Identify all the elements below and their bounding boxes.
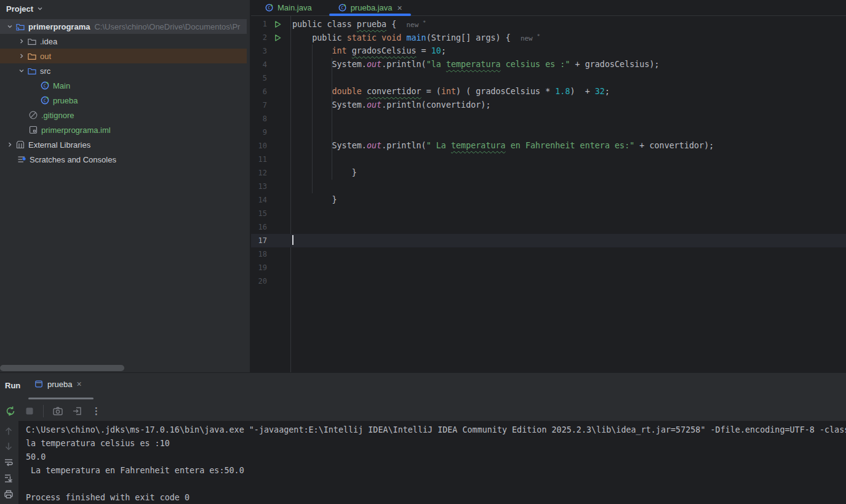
code-line[interactable]: 13: [251, 180, 846, 193]
run-tab-label: prueba: [47, 380, 72, 389]
java-class-icon: C: [39, 95, 50, 105]
line-number: 20: [251, 277, 267, 286]
tree-row-primerprograma[interactable]: primerprograma C:\Users\chino\OneDrive\D…: [0, 19, 247, 34]
chevron-down-icon[interactable]: [17, 66, 26, 76]
code-line[interactable]: 3 int gradosCelsius = 10;: [251, 44, 846, 58]
toolbar-separator: [43, 405, 44, 417]
line-number: 14: [251, 196, 267, 204]
editor-tab-bar: C Main.java C prueba.java ×: [251, 0, 846, 16]
stop-button[interactable]: [25, 406, 34, 416]
close-icon[interactable]: ×: [76, 379, 81, 389]
tab-main-java[interactable]: C Main.java: [256, 0, 321, 15]
tree-row-src[interactable]: src: [0, 63, 247, 78]
java-class-icon: C: [39, 81, 50, 90]
run-line-button[interactable]: [267, 20, 290, 28]
line-number: 15: [251, 209, 267, 218]
code-line[interactable]: 10 System.out.println(" La temperatura e…: [251, 139, 846, 153]
line-number: 3: [251, 47, 267, 55]
code-text: }: [290, 166, 357, 180]
run-tool-window: Run prueba × ⋮: [0, 372, 846, 504]
code-line[interactable]: 12 }: [251, 166, 846, 180]
tree-row-external-libraries[interactable]: External Libraries: [0, 137, 247, 152]
soft-wrap-icon[interactable]: [3, 457, 14, 468]
code-line[interactable]: 2 public static void main(String[] args)…: [251, 31, 846, 44]
horizontal-scrollbar[interactable]: [0, 365, 124, 371]
tab-prueba-java[interactable]: C prueba.java ×: [329, 0, 411, 15]
line-number: 1: [251, 20, 267, 28]
chevron-right-icon[interactable]: [17, 36, 26, 46]
tree-row-label: src: [40, 66, 50, 76]
line-number: 18: [251, 250, 267, 258]
folder-icon: [26, 36, 37, 46]
line-number: 2: [251, 33, 267, 42]
tree-row-scratches[interactable]: Scratches and Consoles: [0, 152, 247, 167]
line-number: 4: [251, 60, 267, 69]
code-line[interactable]: 4 System.out.println("la temperatura cel…: [251, 58, 846, 71]
editor-area[interactable]: C Main.java C prueba.java × 1public clas…: [251, 0, 846, 372]
line-number: 10: [251, 142, 267, 150]
close-icon[interactable]: ×: [397, 3, 402, 13]
run-triangle-icon[interactable]: [274, 34, 282, 42]
kebab-menu-icon[interactable]: ⋮: [92, 406, 101, 417]
console-tab-icon: [34, 380, 43, 388]
code-line[interactable]: 15: [251, 207, 846, 220]
code-line[interactable]: 20: [251, 274, 846, 288]
code-line[interactable]: 7 System.out.println(convertidor);: [251, 98, 846, 112]
next-occurrence-icon[interactable]: [3, 441, 14, 452]
tree-row-idea[interactable]: .idea: [0, 34, 247, 49]
print-icon[interactable]: [3, 489, 14, 500]
tree-row-prueba-class[interactable]: C prueba: [0, 93, 247, 108]
code-line[interactable]: 5: [251, 71, 846, 85]
chevron-down-icon[interactable]: [5, 22, 15, 31]
code-line[interactable]: 16: [251, 220, 846, 234]
code-text: double convertidor = (int) ( gradosCelsi…: [290, 85, 610, 98]
scroll-to-end-icon[interactable]: [3, 473, 14, 484]
tree-row-out[interactable]: out: [0, 49, 247, 63]
project-path: C:\Users\chino\OneDrive\Documentos\Pr: [94, 22, 240, 31]
tree-row-label: .gitignore: [41, 111, 74, 120]
chevron-right-icon[interactable]: [17, 51, 26, 61]
tree-row-gitignore[interactable]: .gitignore: [0, 108, 247, 122]
line-number: 13: [251, 182, 267, 191]
chevron-right-icon[interactable]: [5, 140, 15, 150]
code-text: public static void main(String[] args) {…: [290, 30, 540, 46]
run-line-button[interactable]: [267, 34, 290, 42]
code-editor[interactable]: 1public class prueba { new *2 public sta…: [251, 17, 846, 288]
code-line[interactable]: 14 }: [251, 193, 846, 207]
console-line: la temperatura celsius es :10: [26, 437, 846, 450]
console-line: La temperatura en Fahrenheit entera es:5…: [26, 464, 846, 478]
code-line[interactable]: 6 double convertidor = (int) ( gradosCel…: [251, 85, 846, 98]
run-tab-prueba[interactable]: prueba ×: [34, 379, 82, 389]
console-line: [26, 478, 846, 491]
svg-text:C: C: [43, 98, 46, 103]
project-header[interactable]: Project: [0, 0, 250, 17]
export-console-button[interactable]: [72, 406, 83, 417]
svg-text:C: C: [268, 5, 270, 10]
console-area[interactable]: C:\Users\chino\.jdks\ms-17.0.16\bin\java…: [0, 421, 846, 504]
code-text: int gradosCelsius = 10;: [290, 44, 446, 58]
tree-row-iml-file[interactable]: primerprograma.iml: [0, 122, 247, 137]
line-number: 11: [251, 155, 267, 164]
tab-label: prueba.java: [351, 3, 393, 12]
tree-row-main-class[interactable]: C Main: [0, 78, 247, 93]
code-line[interactable]: 17: [251, 234, 846, 247]
tree-row-label: prueba: [53, 96, 78, 105]
run-triangle-icon[interactable]: [274, 20, 282, 28]
prev-occurrence-icon[interactable]: [3, 426, 14, 437]
run-toolbar: ⋮: [0, 401, 101, 421]
line-number: 9: [251, 128, 267, 137]
tree-row-label: out: [40, 52, 51, 61]
code-line[interactable]: 19: [251, 261, 846, 274]
tree-row-label: Scratches and Consoles: [30, 155, 116, 164]
code-line[interactable]: 9: [251, 126, 846, 139]
console-line: Process finished with exit code 0: [26, 491, 846, 504]
rerun-button[interactable]: [5, 406, 16, 417]
tree-row-label: primerprograma: [28, 22, 90, 31]
code-line[interactable]: 18: [251, 247, 846, 261]
line-number: 17: [251, 236, 267, 245]
code-line[interactable]: 1public class prueba { new *: [251, 17, 846, 31]
tab-label: Main.java: [277, 3, 312, 12]
camera-snapshot-button[interactable]: [52, 406, 63, 417]
code-line[interactable]: 8: [251, 112, 846, 126]
code-line[interactable]: 11: [251, 153, 846, 166]
